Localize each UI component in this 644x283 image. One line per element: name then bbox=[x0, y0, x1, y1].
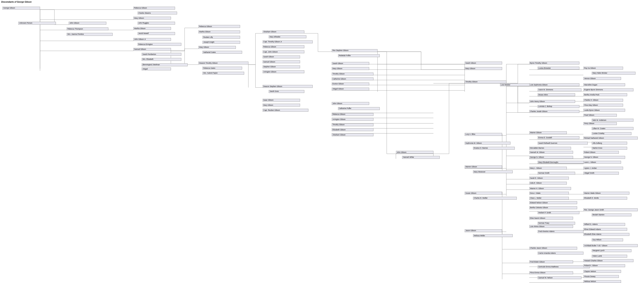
person-node: John Gibson bbox=[69, 22, 106, 24]
person-node: Louisa Brewster bbox=[538, 67, 579, 70]
person-node: Rev Stephen Gibson bbox=[332, 49, 378, 52]
person-node: Mary Gibson bbox=[332, 67, 369, 70]
person-node: Emma E. Goodell bbox=[538, 136, 579, 139]
person-node: Morvalden Barnes bbox=[529, 147, 571, 150]
person-node: Warren Gibson bbox=[529, 131, 567, 134]
person-node: Rebecca Gibson bbox=[133, 7, 175, 10]
person-node: Aaron M. Simmons bbox=[538, 88, 582, 91]
person-node: Herbert P. Smith bbox=[538, 211, 579, 214]
person-node: Sarah Gibson bbox=[263, 56, 300, 58]
person-node: Robert Gibson bbox=[584, 151, 619, 154]
person-node: Richard Nathaniel Gibson bbox=[584, 136, 638, 140]
person-node: Willard G. Adams bbox=[584, 223, 625, 226]
person-node: Sarah Gibson bbox=[332, 62, 369, 65]
person-node: Abigail Smith bbox=[584, 172, 619, 175]
person-node: Mrs. Joanna Prentice bbox=[67, 33, 112, 36]
person-node: John Henry Gibson bbox=[529, 100, 575, 103]
person-node: Unknown Person bbox=[18, 22, 56, 24]
chart-title: Descendants of George Gibson bbox=[1, 1, 32, 3]
person-node: Capt. Timothy Gibson Jr bbox=[263, 40, 313, 43]
person-node: Timothy Gibson bbox=[332, 72, 374, 76]
person-node: Samuel Gibson bbox=[133, 48, 171, 51]
person-node: Charles Jason Gibson bbox=[529, 247, 577, 250]
person-node: Rebecca Gates bbox=[202, 67, 242, 70]
person-node: Reuben Lilly bbox=[202, 36, 240, 39]
person-node: Flossie Dewey bbox=[584, 275, 619, 278]
person-node: Abraham Gibson bbox=[332, 133, 374, 136]
person-node: Gertrude Emma Matthews bbox=[538, 266, 590, 268]
person-node: John Ruggles bbox=[138, 22, 175, 24]
person-node: Moses Winn bbox=[538, 93, 575, 96]
person-node: Arrington Gibson bbox=[332, 118, 374, 121]
person-node: Melissa Nelson bbox=[584, 280, 621, 283]
connecting-lines bbox=[0, 0, 644, 283]
person-node: Hannah W. Gibson bbox=[529, 151, 573, 154]
person-node: Warren Waite Gibson bbox=[584, 192, 629, 194]
person-node: (Bennington) Stedman bbox=[142, 64, 188, 66]
person-node: Jason Gibson bbox=[465, 229, 502, 232]
person-node: Timothy Gibson bbox=[465, 80, 506, 83]
person-node: Clayton Nelson bbox=[584, 270, 621, 273]
person-node: Vernon Gibson bbox=[584, 77, 621, 80]
person-node: George N. Gibson bbox=[529, 156, 573, 159]
person-node: Samuel W. Nelson bbox=[538, 276, 582, 279]
person-node: Martha Gibson bbox=[198, 30, 240, 33]
person-node: Flora May Gibson bbox=[584, 104, 623, 106]
person-node: Howard Charles Gibson bbox=[584, 259, 634, 262]
person-node: Rev. George Jason Smith bbox=[584, 208, 638, 211]
person-node: Roy Ira Gibson bbox=[584, 67, 623, 70]
person-node: Byron Timothy Gibson bbox=[529, 62, 579, 64]
person-node: Charles Josiah Gibson bbox=[529, 110, 579, 113]
person-node: Dora J. Waite bbox=[529, 192, 569, 194]
person-node: Warren Gibson bbox=[465, 166, 502, 168]
person-node: Arrington Gibson bbox=[263, 70, 304, 73]
person-node: John Gibson bbox=[332, 102, 369, 105]
person-node: Melissa Weller bbox=[473, 234, 513, 237]
person-node: Catherine Gibson bbox=[332, 78, 374, 80]
person-node: Fred Edwin Gibson bbox=[529, 260, 573, 263]
person-node: Eunice Gibson bbox=[332, 82, 369, 86]
person-node: Abraham Gibson bbox=[263, 30, 304, 33]
person-node: Warren H. Gibson bbox=[529, 187, 571, 190]
person-node: Mary Elizabeth Burroughs bbox=[538, 161, 590, 164]
person-node: Mary L. Gibson bbox=[529, 167, 567, 170]
person-node: Joseph Knight bbox=[202, 41, 240, 44]
person-node: Nathaniel Gates bbox=[202, 51, 242, 54]
person-node: Rebekah Puffer bbox=[338, 54, 380, 57]
person-node: Edward Nelson Gibson bbox=[529, 201, 577, 204]
person-node: Elizabeth E. Mortle bbox=[584, 197, 627, 200]
person-node: Norman Tracy bbox=[538, 222, 575, 225]
person-node: Pearl Gibson bbox=[584, 114, 617, 117]
person-node: Fred Alverton Adams bbox=[538, 230, 584, 233]
person-node: Perry Gibson bbox=[584, 122, 617, 125]
person-node: Carrie Amanda Adams bbox=[538, 252, 584, 254]
person-node: Elmer Edward Adams bbox=[584, 228, 627, 231]
person-node: John Gibson Jr bbox=[133, 38, 171, 41]
person-node: Archibald Butler "A.B." Gibson bbox=[584, 244, 638, 247]
person-node: Deacon Timothy Gibson bbox=[198, 62, 248, 64]
person-node: Roland A. Gibson bbox=[584, 264, 625, 267]
person-node: George Gibson bbox=[2, 7, 40, 10]
person-node: Flora Emma Gibson bbox=[529, 272, 573, 274]
person-node: Charles B. Weiller bbox=[473, 197, 517, 200]
person-node: Mary Westover bbox=[473, 170, 513, 173]
person-node: Mary Wheeler bbox=[269, 36, 306, 38]
chart-container: Descendants of George Gibson George Gibs… bbox=[0, 0, 644, 283]
person-node: Mary Helen Bricker bbox=[592, 72, 636, 74]
person-node: Capt. John Gibson bbox=[263, 50, 304, 53]
person-node: Catharine Puffer bbox=[338, 107, 380, 110]
person-node: Martha Gibson bbox=[133, 27, 171, 30]
person-node: Sarah Pemberton bbox=[142, 53, 181, 56]
person-node: Leslie Byron Gibson bbox=[584, 109, 625, 112]
person-node: Mary Gibson bbox=[263, 104, 300, 106]
person-node: Beulah Stanton bbox=[592, 214, 632, 216]
person-node: Mary Gibson bbox=[198, 46, 236, 49]
person-node: Rebecca Thompson bbox=[67, 28, 108, 30]
person-node: Rebecca Errington bbox=[138, 43, 181, 46]
person-node: Lois Sophronia Gibson bbox=[529, 83, 579, 86]
person-node: Louise Crowley bbox=[592, 132, 632, 135]
person-node: Sophronia W. Gibson bbox=[465, 142, 511, 144]
person-node: Rebecca Gibson bbox=[332, 113, 374, 116]
person-node: Sarah Goss bbox=[269, 90, 304, 93]
person-node: Bertha Amelia Peck bbox=[584, 93, 627, 96]
